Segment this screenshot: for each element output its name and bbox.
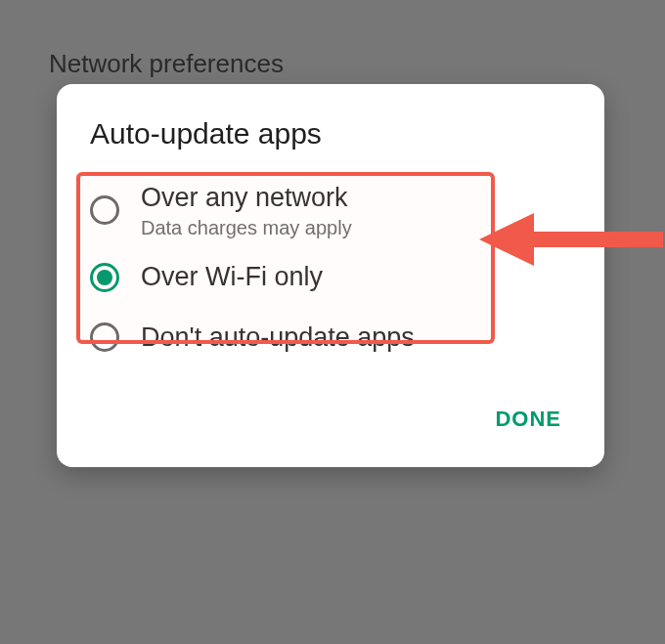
option-dont-auto-update[interactable]: Don't auto-update apps	[57, 308, 604, 368]
option-sublabel: Data charges may apply	[141, 217, 352, 239]
option-label: Over any network	[141, 182, 352, 215]
page-header: Network preferences	[49, 49, 284, 79]
dialog-actions: DONE	[57, 373, 604, 444]
radio-icon-selected	[90, 263, 119, 292]
done-button[interactable]: DONE	[485, 399, 571, 440]
radio-group: Over any network Data charges may apply …	[57, 168, 604, 373]
auto-update-dialog: Auto-update apps Over any network Data c…	[57, 84, 604, 467]
option-over-wifi-only[interactable]: Over Wi-Fi only	[57, 247, 604, 308]
option-over-any-network[interactable]: Over any network Data charges may apply	[57, 174, 604, 247]
radio-icon	[90, 322, 119, 352]
option-text: Over Wi-Fi only	[141, 261, 323, 294]
dialog-title: Auto-update apps	[57, 117, 604, 168]
radio-icon	[90, 195, 119, 225]
option-label: Don't auto-update apps	[141, 322, 415, 355]
option-text: Over any network Data charges may apply	[141, 182, 352, 239]
option-text: Don't auto-update apps	[141, 322, 415, 355]
option-label: Over Wi-Fi only	[141, 261, 323, 294]
